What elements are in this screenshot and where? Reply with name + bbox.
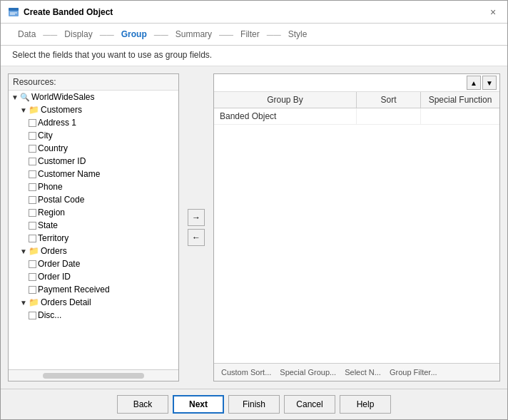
tree-label-ordersdetail: Orders Detail bbox=[41, 297, 91, 307]
move-down-button[interactable]: ▼ bbox=[482, 76, 497, 90]
tab-style[interactable]: Style bbox=[283, 28, 313, 41]
tree-area[interactable]: ▼ 🔍 WorldWideSales ▼ 📁 Customers Address… bbox=[9, 91, 178, 369]
tree-item-customerid[interactable]: Customer ID bbox=[9, 155, 178, 168]
close-button[interactable]: × bbox=[486, 5, 500, 19]
search-icon: 🔍 bbox=[20, 93, 30, 102]
tree-label-paymentreceived: Payment Received bbox=[38, 285, 110, 294]
checkbox-phone[interactable] bbox=[29, 183, 36, 191]
checkbox-postalcode[interactable] bbox=[29, 196, 36, 204]
tree-toggle-orders[interactable]: ▼ bbox=[20, 247, 27, 255]
checkbox-orderdate[interactable] bbox=[29, 260, 36, 268]
tab-display[interactable]: Display bbox=[59, 28, 98, 41]
tree-item-address1[interactable]: Address 1 bbox=[9, 116, 178, 129]
tree-label-country: Country bbox=[38, 143, 68, 153]
right-panel: ▲ ▼ Group By Sort Special Function Bande… bbox=[213, 73, 500, 381]
tree-item-postalcode[interactable]: Postal Code bbox=[9, 193, 178, 206]
tab-data[interactable]: Data bbox=[12, 28, 41, 41]
checkbox-state[interactable] bbox=[29, 222, 36, 230]
tree-item-customers[interactable]: ▼ 📁 Customers bbox=[9, 103, 178, 116]
checkbox-city[interactable] bbox=[29, 132, 36, 140]
dialog-icon bbox=[8, 6, 19, 18]
tree-label-region: Region bbox=[38, 208, 65, 217]
tree-toggle-customers[interactable]: ▼ bbox=[20, 106, 27, 114]
move-left-button[interactable]: ← bbox=[188, 229, 205, 246]
finish-button[interactable]: Finish bbox=[228, 395, 280, 414]
tree-item-ordersdetail[interactable]: ▼ 📁 Orders Detail bbox=[9, 296, 178, 309]
checkbox-address1[interactable] bbox=[29, 119, 36, 127]
tree-label-postalcode: Postal Code bbox=[38, 195, 84, 205]
tree-toggle-root[interactable]: ▼ bbox=[11, 93, 19, 101]
checkbox-region[interactable] bbox=[29, 209, 36, 217]
tree-item-state[interactable]: State bbox=[9, 219, 178, 232]
tree-item-orders[interactable]: ▼ 📁 Orders bbox=[9, 245, 178, 257]
group-filter-button[interactable]: Group Filter... bbox=[387, 367, 440, 378]
tree-item-orderid[interactable]: Order ID bbox=[9, 270, 178, 283]
main-content: Resources: ▼ 🔍 WorldWideSales ▼ 📁 Custom… bbox=[1, 66, 507, 389]
cell-specialfunction-0 bbox=[421, 108, 499, 124]
checkbox-country[interactable] bbox=[29, 145, 36, 153]
tree-label-territory: Territory bbox=[38, 233, 68, 243]
tree-item-disc[interactable]: Disc... bbox=[9, 309, 178, 322]
tree-label-phone: Phone bbox=[38, 182, 63, 192]
folder-icon-ordersdetail: 📁 bbox=[29, 297, 39, 307]
folder-icon-customers: 📁 bbox=[29, 105, 39, 115]
title-bar: Create Banded Object × bbox=[1, 1, 507, 24]
cell-groupby-0: Banded Object bbox=[214, 108, 357, 124]
grid-header: Group By Sort Special Function bbox=[214, 92, 499, 108]
checkbox-customername[interactable] bbox=[29, 170, 36, 178]
action-buttons-row: Custom Sort... Special Group... Select N… bbox=[214, 363, 499, 381]
left-panel: Resources: ▼ 🔍 WorldWideSales ▼ 📁 Custom… bbox=[8, 73, 179, 381]
horizontal-scrollbar[interactable] bbox=[9, 369, 178, 381]
select-n-button[interactable]: Select N... bbox=[342, 367, 384, 378]
move-up-button[interactable]: ▲ bbox=[467, 76, 481, 90]
subtitle: Select the fields that you want to use a… bbox=[1, 46, 507, 66]
checkbox-disc[interactable] bbox=[29, 312, 36, 319]
tree-label-orderid: Order ID bbox=[38, 272, 71, 282]
cancel-button[interactable]: Cancel bbox=[284, 395, 335, 414]
tree-root[interactable]: ▼ 🔍 WorldWideSales bbox=[9, 91, 178, 103]
tree-label-orders: Orders bbox=[41, 246, 67, 256]
grid-header-groupby: Group By bbox=[214, 92, 357, 108]
tree-label-disc: Disc... bbox=[38, 310, 61, 320]
tab-summary[interactable]: Summary bbox=[170, 28, 218, 41]
tab-filter[interactable]: Filter bbox=[235, 28, 265, 41]
tree-label-customername: Customer Name bbox=[38, 169, 100, 179]
tree-item-phone[interactable]: Phone bbox=[9, 180, 178, 193]
cell-sort-0 bbox=[357, 108, 421, 124]
create-banded-object-dialog: Create Banded Object × Data —— Display —… bbox=[0, 0, 508, 420]
tree-label-city: City bbox=[38, 130, 53, 140]
tree-item-territory[interactable]: Territory bbox=[9, 232, 178, 245]
checkbox-territory[interactable] bbox=[29, 235, 36, 242]
special-group-button[interactable]: Special Group... bbox=[277, 367, 339, 378]
checkbox-customerid[interactable] bbox=[29, 158, 36, 165]
checkbox-paymentreceived[interactable] bbox=[29, 286, 36, 294]
help-button[interactable]: Help bbox=[340, 395, 391, 414]
back-button[interactable]: Back bbox=[117, 395, 168, 414]
folder-icon-orders: 📁 bbox=[29, 246, 39, 256]
wizard-tabs: Data —— Display —— Group —— Summary —— F… bbox=[1, 24, 507, 46]
footer: Back Next Finish Cancel Help bbox=[1, 389, 507, 419]
tree-item-paymentreceived[interactable]: Payment Received bbox=[9, 283, 178, 296]
tree-item-country[interactable]: Country bbox=[9, 142, 178, 155]
checkbox-orderid[interactable] bbox=[29, 273, 36, 281]
grid-body: Banded Object bbox=[214, 108, 499, 363]
tree-item-region[interactable]: Region bbox=[9, 206, 178, 219]
tree-label-customerid: Customer ID bbox=[38, 156, 86, 166]
right-top-controls: ▲ ▼ bbox=[214, 74, 499, 92]
tree-label-state: State bbox=[38, 220, 58, 230]
tree-toggle-ordersdetail[interactable]: ▼ bbox=[20, 299, 27, 307]
tree-item-orderdate[interactable]: Order Date bbox=[9, 257, 178, 270]
resources-label: Resources: bbox=[9, 74, 178, 91]
tree-item-customername[interactable]: Customer Name bbox=[9, 168, 178, 180]
table-row[interactable]: Banded Object bbox=[214, 108, 499, 125]
tree-label-customers: Customers bbox=[41, 105, 82, 115]
svg-rect-1 bbox=[9, 8, 19, 11]
tree-label-orderdate: Order Date bbox=[38, 259, 80, 269]
tree-item-city[interactable]: City bbox=[9, 129, 178, 142]
custom-sort-button[interactable]: Custom Sort... bbox=[218, 367, 274, 378]
next-button[interactable]: Next bbox=[173, 395, 224, 414]
move-right-button[interactable]: → bbox=[188, 209, 205, 226]
middle-arrows: → ← bbox=[185, 73, 208, 381]
grid-header-sort: Sort bbox=[357, 92, 421, 108]
tab-group[interactable]: Group bbox=[116, 28, 153, 41]
